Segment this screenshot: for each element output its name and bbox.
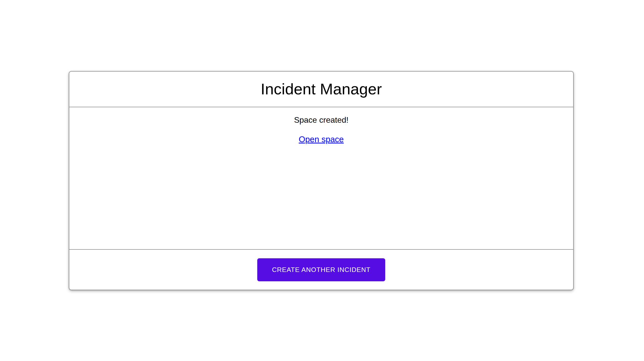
create-another-incident-button[interactable]: CREATE ANOTHER INCIDENT (257, 258, 385, 281)
page-title: Incident Manager (261, 80, 382, 98)
status-message: Space created! (69, 115, 573, 125)
incident-manager-card: Incident Manager Space created! Open spa… (69, 71, 574, 290)
card-header: Incident Manager (69, 72, 573, 107)
card-footer: CREATE ANOTHER INCIDENT (69, 250, 573, 290)
page-background: Incident Manager Space created! Open spa… (0, 0, 644, 361)
open-space-link[interactable]: Open space (299, 134, 344, 144)
card-content: Space created! Open space (69, 107, 573, 250)
